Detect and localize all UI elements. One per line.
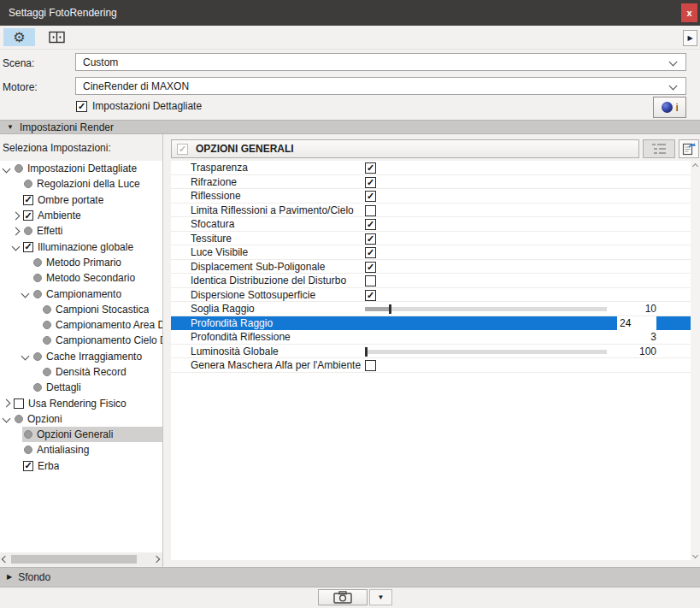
tree-item-dettagli[interactable]: Dettagli xyxy=(0,380,162,395)
setting-row-luce-visibile[interactable]: Luce Visibile✓ xyxy=(171,245,691,260)
tree-item-impostazioni-dettagliate[interactable]: Impostazioni Dettagliate xyxy=(0,161,162,176)
setting-checkbox[interactable]: ✓ xyxy=(365,262,376,273)
title-bar[interactable]: Settaggi FotoRendering x xyxy=(0,0,700,26)
setting-checkbox[interactable] xyxy=(365,275,376,286)
tree-item-usa-rendering-fisico[interactable]: Usa Rendering Fisico xyxy=(0,395,162,410)
item-checkbox[interactable] xyxy=(14,398,24,409)
tree-item-campionamento[interactable]: Campionamento xyxy=(0,286,162,301)
setting-row-limita-riflessioni-a-pavimento-cielo[interactable]: Limita Riflessioni a Pavimento/Cielo xyxy=(171,204,691,218)
slider-handle[interactable] xyxy=(389,304,391,314)
setting-row-sfocatura[interactable]: Sfocatura✓ xyxy=(171,217,691,232)
expander-right-icon[interactable] xyxy=(13,213,22,219)
tree-item-effetti[interactable]: Effetti xyxy=(0,223,162,239)
setting-row-tessiture[interactable]: Tessiture✓ xyxy=(171,232,691,246)
tree-item-erba[interactable]: ✓Erba xyxy=(0,458,162,474)
tree-item-regolazioni-della-luce[interactable]: Regolazioni della Luce xyxy=(0,176,162,192)
tree-item-campioni-stocastica[interactable]: Campioni Stocastica xyxy=(0,302,162,317)
tree-view-toggle-button[interactable] xyxy=(643,139,675,158)
tree-item-row[interactable]: ✓Erba xyxy=(22,458,162,474)
setting-checkbox[interactable]: ✓ xyxy=(365,219,376,230)
tree-item-row[interactable]: ✓Ambiente xyxy=(22,208,162,223)
background-section-header[interactable]: ▶ Sfondo xyxy=(0,567,700,587)
tree-item-row[interactable]: Campionamento Area Discr xyxy=(41,317,162,333)
expander-down-icon[interactable] xyxy=(22,291,32,297)
setting-value[interactable]: 10 xyxy=(645,303,656,315)
setting-checkbox[interactable] xyxy=(365,205,376,216)
tree-item-campionamento-area-discr[interactable]: Campionamento Area Discr xyxy=(0,317,162,333)
scroll-down-arrow-icon[interactable] xyxy=(691,550,700,560)
setting-checkbox[interactable]: ✓ xyxy=(365,162,376,174)
render-settings-section-header[interactable]: ▼ Impostazioni Render xyxy=(0,120,700,134)
options-group-header[interactable]: ✓ OPZIONI GENERALI xyxy=(171,139,639,158)
tree-item-illuminazione-globale[interactable]: ✓Illuminazione globale xyxy=(0,239,162,254)
tree-item-row[interactable]: Campionamento xyxy=(32,286,162,301)
tree-item-row[interactable]: ✓Ombre portate xyxy=(22,192,162,208)
setting-row-genera-maschera-alfa-per-l-ambiente[interactable]: Genera Maschera Alfa per l'Ambiente xyxy=(171,358,691,373)
tree-item-densit-record[interactable]: Densità Record xyxy=(0,364,162,380)
setting-value-field[interactable]: 24 xyxy=(617,316,656,331)
settings-tab-button[interactable]: ⚙ xyxy=(3,28,35,46)
setting-slider[interactable] xyxy=(365,307,607,311)
tree-item-opzioni[interactable]: Opzioni xyxy=(0,411,162,427)
setting-checkbox[interactable]: ✓ xyxy=(365,191,376,202)
engine-select[interactable]: CineRender di MAXON xyxy=(75,77,686,95)
split-view-button[interactable] xyxy=(41,28,73,46)
tree-item-cache-irraggiamento[interactable]: Cache Irraggiamento xyxy=(0,349,162,364)
tree-item-ambiente[interactable]: ✓Ambiente xyxy=(0,208,162,223)
scroll-up-arrow-icon[interactable] xyxy=(691,161,700,171)
tree-item-selected-row[interactable]: Opzioni Generali xyxy=(22,427,162,442)
tree-item-row[interactable]: Cache Irraggiamento xyxy=(32,349,162,364)
setting-row-identica-distribuzione-del-disturbo[interactable]: Identica Distribuzione del Disturbo xyxy=(171,274,691,288)
tree-item-row[interactable]: Effetti xyxy=(22,223,162,239)
setting-row-riflessione[interactable]: Riflessione✓ xyxy=(171,189,691,204)
tree-item-row[interactable]: Dettagli xyxy=(32,380,162,395)
setting-value[interactable]: 3 xyxy=(650,331,656,343)
item-checkbox[interactable]: ✓ xyxy=(23,242,33,252)
detailed-settings-checkbox[interactable]: ✓ xyxy=(76,101,87,112)
tree-item-metodo-secondario[interactable]: Metodo Secondario xyxy=(0,270,162,286)
scroll-right-arrow-icon[interactable] xyxy=(152,556,161,563)
settings-tree[interactable]: Impostazioni DettagliateRegolazioni dell… xyxy=(0,161,162,552)
close-button[interactable]: x xyxy=(681,3,697,22)
expander-down-icon[interactable] xyxy=(22,353,32,359)
tree-item-row[interactable]: ✓Illuminazione globale xyxy=(22,239,162,254)
scroll-left-arrow-icon[interactable] xyxy=(1,556,9,563)
tree-item-row[interactable]: Densità Record xyxy=(41,364,162,380)
scrollbar-thumb[interactable] xyxy=(11,555,137,564)
item-checkbox[interactable]: ✓ xyxy=(23,195,33,205)
item-checkbox[interactable]: ✓ xyxy=(23,210,33,221)
setting-checkbox[interactable] xyxy=(365,360,376,371)
tree-item-row[interactable]: Campionamento Cielo Disc xyxy=(41,333,162,348)
scene-select[interactable]: Custom xyxy=(75,53,686,71)
expander-down-icon[interactable] xyxy=(3,416,13,422)
toolbar-overflow-button[interactable]: ▶ xyxy=(683,30,697,46)
export-settings-button[interactable] xyxy=(679,139,699,158)
tree-item-row[interactable]: Opzioni xyxy=(13,411,162,427)
expander-down-icon[interactable] xyxy=(3,166,13,172)
tree-item-campionamento-cielo-disc[interactable]: Campionamento Cielo Disc xyxy=(0,333,162,348)
expander-down-icon[interactable] xyxy=(13,244,22,250)
render-snapshot-button[interactable] xyxy=(318,589,368,605)
tree-item-ombre-portate[interactable]: ✓Ombre portate xyxy=(0,192,162,208)
setting-slider[interactable] xyxy=(365,350,607,354)
setting-row-profondit-riflessione[interactable]: Profondità Riflessione3 xyxy=(171,330,691,345)
tree-item-antialiasing[interactable]: Antialiasing xyxy=(0,442,162,457)
tree-horizontal-scrollbar[interactable] xyxy=(0,552,162,566)
setting-row-soglia-raggio[interactable]: Soglia Raggio10 xyxy=(171,302,691,316)
tree-item-row[interactable]: Antialiasing xyxy=(22,442,162,457)
tree-item-row[interactable]: Usa Rendering Fisico xyxy=(13,395,162,410)
tree-item-opzioni-generali[interactable]: Opzioni Generali xyxy=(0,427,162,442)
setting-row-rifrazione[interactable]: Rifrazione✓ xyxy=(171,175,691,190)
engine-info-button[interactable]: i xyxy=(653,97,686,118)
tree-item-metodo-primario[interactable]: Metodo Primario xyxy=(0,255,162,270)
expander-right-icon[interactable] xyxy=(3,400,13,406)
tree-item-row[interactable]: Impostazioni Dettagliate xyxy=(13,161,162,176)
tree-item-row[interactable]: Metodo Primario xyxy=(32,255,162,270)
setting-checkbox[interactable]: ✓ xyxy=(365,290,376,301)
slider-handle[interactable] xyxy=(365,347,368,357)
setting-row-luminosit-globale[interactable]: Luminosità Globale100 xyxy=(171,345,691,359)
setting-checkbox[interactable]: ✓ xyxy=(365,177,376,188)
setting-row-displacement-sub-poligonale[interactable]: Displacement Sub-Poligonale✓ xyxy=(171,260,691,274)
tree-item-row[interactable]: Metodo Secondario xyxy=(32,270,162,286)
setting-row-trasparenza[interactable]: Trasparenza✓ xyxy=(171,161,691,175)
